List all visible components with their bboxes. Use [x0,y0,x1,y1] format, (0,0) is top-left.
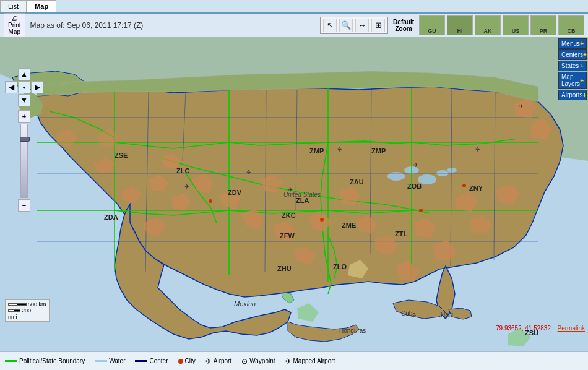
measure-tool[interactable]: ↔ [355,19,369,32]
svg-text:ZOB: ZOB [407,183,422,190]
legend-center: Center [135,358,168,364]
waypoint-label: Waypoint [249,358,275,364]
svg-point-5 [447,168,457,173]
map-label: Map [9,28,20,35]
svg-point-58 [209,199,212,203]
scale-bar: 500 km 200 nmi [5,299,50,322]
water-label: Water [109,358,125,364]
pan-up-button[interactable]: ▲ [18,68,30,80]
legend-airport: ✈ Airport [205,357,231,366]
zoom-tool[interactable]: 🔍 [339,19,353,32]
svg-text:Mexico: Mexico [234,300,256,308]
map-container: ✈ ✈ ✈ ✈ ✈ ✈ ✈ ZSE ZLC ZMP ZMP ZDV ZAU ZO… [0,37,588,351]
zoom-slider[interactable] [20,124,28,198]
svg-text:ZDV: ZDV [228,189,242,196]
svg-text:✈: ✈ [519,103,524,110]
mini-map-pr[interactable]: PR [530,15,556,35]
svg-text:✈: ✈ [337,146,342,153]
svg-text:ZNY: ZNY [469,184,483,192]
zoom-label: Zoom [395,25,412,32]
airports-button[interactable]: Airports+ [558,90,587,100]
svg-text:ZAU: ZAU [350,178,364,186]
mini-map-hi[interactable]: HI [447,15,473,35]
svg-text:ZTL: ZTL [395,230,407,238]
political-line-icon [5,360,17,362]
svg-point-59 [320,218,324,222]
print-label: Print [8,22,21,28]
legend-political: Political/State Boundary [5,358,85,364]
svg-text:Haiti: Haiti [441,311,453,318]
svg-text:✈: ✈ [184,183,189,190]
centers-button[interactable]: Centers+ [558,49,587,60]
zoom-slider-thumb [20,137,30,142]
map-svg[interactable]: ✈ ✈ ✈ ✈ ✈ ✈ ✈ ZSE ZLC ZMP ZMP ZDV ZAU ZO… [0,37,588,351]
map-timestamp: Map as of: Sep 06, 2011 17:17 (Z) [30,21,316,30]
mini-map-gu[interactable]: GU [419,15,445,35]
scale-nmi: 200 [22,308,31,314]
print-icon: 🖨 [11,15,17,22]
mapped-airport-label: Mapped Airport [293,358,335,364]
svg-text:Cuba: Cuba [401,310,416,317]
svg-text:ZSE: ZSE [115,152,128,159]
center-line-icon [135,360,147,362]
pan-tool[interactable]: ↖ [323,19,337,32]
svg-point-60 [419,209,423,212]
waypoint-icon: ⊙ [241,357,248,366]
menus-button[interactable]: Menus+ [558,38,587,49]
toolbar: 🖨 Print Map Map as of: Sep 06, 2011 17:1… [0,14,588,37]
svg-text:✈: ✈ [475,146,480,153]
city-dot-icon [178,359,183,364]
print-button[interactable]: 🖨 Print Map [4,13,25,37]
permalink[interactable]: Permalink [558,325,585,332]
mini-map-us[interactable]: US [503,15,529,35]
mini-maps-panel: GU HI AK US PR CB [419,15,584,35]
water-line-icon [95,360,107,362]
legend-mapped-airport: ✈ Mapped Airport [285,357,335,366]
tab-bar: List Map [0,0,588,14]
center-label: Center [149,358,168,364]
default-label: Default [393,19,414,25]
pan-left-button[interactable]: ◀ [5,81,17,93]
svg-point-61 [462,184,466,187]
states-button[interactable]: States+ [558,61,587,71]
svg-text:ZLC: ZLC [176,167,189,174]
legend-water: Water [95,358,125,364]
svg-text:ZLO: ZLO [333,263,347,270]
svg-text:✈: ✈ [246,169,251,176]
svg-text:ZDA: ZDA [104,213,118,221]
airport-icon: ✈ [205,357,212,366]
svg-text:✈: ✈ [413,161,418,168]
legend-waypoint: ⊙ Waypoint [241,357,275,366]
svg-text:ZME: ZME [342,222,356,229]
coordinates-display: -79.93652, 41.52832 [494,325,551,332]
grid-tool[interactable]: ⊞ [371,19,385,32]
mapped-airport-icon: ✈ [285,357,292,366]
mini-map-cb[interactable]: CB [558,15,584,35]
default-zoom[interactable]: Default Zoom [393,19,414,32]
svg-text:ZHU: ZHU [277,265,292,272]
tab-map[interactable]: Map [27,0,56,12]
svg-text:ZMP: ZMP [371,147,386,155]
map-tools: ↖ 🔍 ↔ ⊞ [320,17,388,34]
mini-map-ak[interactable]: AK [475,15,501,35]
legend-city: City [178,358,196,364]
svg-text:ZFW: ZFW [280,232,295,239]
pan-right-button[interactable]: ▶ [31,81,43,93]
scale-km: 500 km [28,301,46,308]
right-panel: Menus+ Centers+ States+ Map Layers+ Airp… [557,37,588,101]
airport-label: Airport [214,358,231,364]
tab-list[interactable]: List [0,0,27,12]
zoom-control: ▲ ◀ ● ▶ ▼ + − [5,68,43,212]
legend: Political/State Boundary Water Center Ci… [0,351,588,370]
svg-text:United States: United States [283,191,321,198]
pan-center-button[interactable]: ● [18,81,30,93]
svg-text:ZKC: ZKC [282,212,296,219]
scale-unit: nmi [8,314,17,320]
map-layers-button[interactable]: Map Layers+ [558,72,587,89]
pan-down-button[interactable]: ▼ [18,94,30,106]
zoom-in-button[interactable]: + [18,110,30,123]
svg-text:Honduras: Honduras [339,327,366,334]
city-label: City [185,358,196,364]
zoom-out-button[interactable]: − [18,199,30,212]
political-label: Political/State Boundary [19,358,85,364]
